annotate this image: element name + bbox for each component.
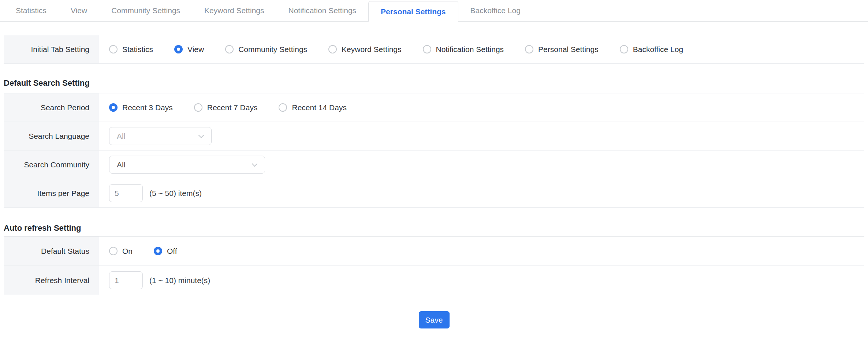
- items-per-page-input[interactable]: [109, 184, 143, 202]
- radio-option-backoffice-log[interactable]: Backoffice Log: [620, 45, 683, 54]
- row-content: (5 ~ 50) item(s): [99, 179, 864, 207]
- input-caption: (1 ~ 10) minute(s): [149, 276, 210, 285]
- footer: Save: [0, 311, 868, 328]
- row-label-refresh-interval: Refresh Interval: [4, 266, 99, 295]
- radio-option-label: Statistics: [122, 45, 153, 54]
- search-community-select[interactable]: All: [109, 156, 265, 174]
- radio-selected-icon: [154, 247, 162, 255]
- tab-community-settings[interactable]: Community Settings: [99, 0, 192, 21]
- radio-unselected-icon: [279, 103, 287, 112]
- row-content: All: [99, 122, 864, 150]
- tab-bar: StatisticsViewCommunity SettingsKeyword …: [0, 0, 868, 22]
- radio-unselected-icon: [194, 103, 202, 112]
- chevron-down-icon: [252, 161, 258, 167]
- settings-row-search-period: Search PeriodRecent 3 DaysRecent 7 DaysR…: [4, 93, 864, 122]
- radio-option-community-settings[interactable]: Community Settings: [225, 45, 307, 54]
- radio-selected-icon: [109, 103, 118, 112]
- row-label-items-per-page: Items per Page: [4, 179, 99, 207]
- refresh-interval-input[interactable]: [109, 271, 143, 289]
- radio-option-recent-14-days[interactable]: Recent 14 Days: [279, 103, 346, 112]
- radio-option-label: Community Settings: [238, 45, 307, 54]
- auto-refresh-table: Default StatusOnOffRefresh Interval(1 ~ …: [4, 236, 864, 295]
- tab-keyword-settings[interactable]: Keyword Settings: [192, 0, 276, 21]
- row-label-search-language: Search Language: [4, 122, 99, 150]
- initial-tab-table: Initial Tab SettingStatisticsViewCommuni…: [4, 35, 864, 64]
- radio-option-label: Off: [167, 247, 177, 256]
- section-title-auto-refresh: Auto refresh Setting: [4, 223, 868, 233]
- radio-option-label: On: [122, 247, 133, 256]
- row-content: All: [99, 151, 864, 179]
- settings-row-refresh-interval: Refresh Interval(1 ~ 10) minute(s): [4, 266, 864, 295]
- search-language-select[interactable]: All: [109, 127, 212, 145]
- radio-selected-icon: [174, 45, 183, 53]
- settings-row-initial-tab-setting: Initial Tab SettingStatisticsViewCommuni…: [4, 35, 864, 64]
- radio-option-label: Recent 3 Days: [122, 103, 173, 112]
- settings-row-search-community: Search CommunityAll: [4, 151, 864, 179]
- tab-personal-settings[interactable]: Personal Settings: [368, 1, 458, 22]
- radio-option-label: Recent 14 Days: [292, 103, 346, 112]
- radio-option-recent-7-days[interactable]: Recent 7 Days: [194, 103, 258, 112]
- radio-unselected-icon: [525, 45, 533, 53]
- row-content: StatisticsViewCommunity SettingsKeyword …: [99, 35, 864, 63]
- row-content: OnOff: [99, 237, 864, 265]
- radio-option-label: Personal Settings: [538, 45, 599, 54]
- settings-row-search-language: Search LanguageAll: [4, 122, 864, 151]
- radio-option-view[interactable]: View: [174, 45, 204, 54]
- row-content: Recent 3 DaysRecent 7 DaysRecent 14 Days: [99, 93, 864, 122]
- radio-unselected-icon: [328, 45, 337, 53]
- row-label-search-community: Search Community: [4, 151, 99, 179]
- radio-unselected-icon: [423, 45, 431, 53]
- radio-option-notification-settings[interactable]: Notification Settings: [423, 45, 504, 54]
- select-value: All: [117, 132, 125, 141]
- tab-backoffice-log[interactable]: Backoffice Log: [458, 0, 533, 21]
- save-button[interactable]: Save: [419, 311, 450, 328]
- radio-option-label: Backoffice Log: [633, 45, 683, 54]
- radio-option-off[interactable]: Off: [154, 247, 177, 256]
- input-caption: (5 ~ 50) item(s): [149, 189, 202, 198]
- radio-option-recent-3-days[interactable]: Recent 3 Days: [109, 103, 173, 112]
- section-title-default-search: Default Search Setting: [4, 78, 868, 88]
- tab-statistics[interactable]: Statistics: [4, 0, 59, 21]
- radio-unselected-icon: [225, 45, 234, 53]
- settings-row-default-status: Default StatusOnOff: [4, 237, 864, 266]
- radio-option-label: Keyword Settings: [342, 45, 401, 54]
- row-label-search-period: Search Period: [4, 93, 99, 122]
- radio-unselected-icon: [620, 45, 628, 53]
- radio-option-label: Recent 7 Days: [207, 103, 258, 112]
- row-content: (1 ~ 10) minute(s): [99, 266, 864, 295]
- settings-row-items-per-page: Items per Page(5 ~ 50) item(s): [4, 179, 864, 208]
- radio-unselected-icon: [109, 45, 118, 53]
- radio-option-personal-settings[interactable]: Personal Settings: [525, 45, 599, 54]
- tab-view[interactable]: View: [59, 0, 99, 21]
- radio-option-label: View: [187, 45, 204, 54]
- radio-option-label: Notification Settings: [436, 45, 504, 54]
- default-search-table: Search PeriodRecent 3 DaysRecent 7 DaysR…: [4, 93, 864, 208]
- radio-option-statistics[interactable]: Statistics: [109, 45, 153, 54]
- radio-unselected-icon: [109, 247, 118, 255]
- chevron-down-icon: [198, 133, 204, 138]
- row-label-default-status: Default Status: [4, 237, 99, 265]
- tab-notification-settings[interactable]: Notification Settings: [276, 0, 369, 21]
- select-value: All: [117, 160, 125, 169]
- row-label-initial-tab-setting: Initial Tab Setting: [4, 35, 99, 63]
- radio-option-on[interactable]: On: [109, 247, 133, 256]
- radio-option-keyword-settings[interactable]: Keyword Settings: [328, 45, 401, 54]
